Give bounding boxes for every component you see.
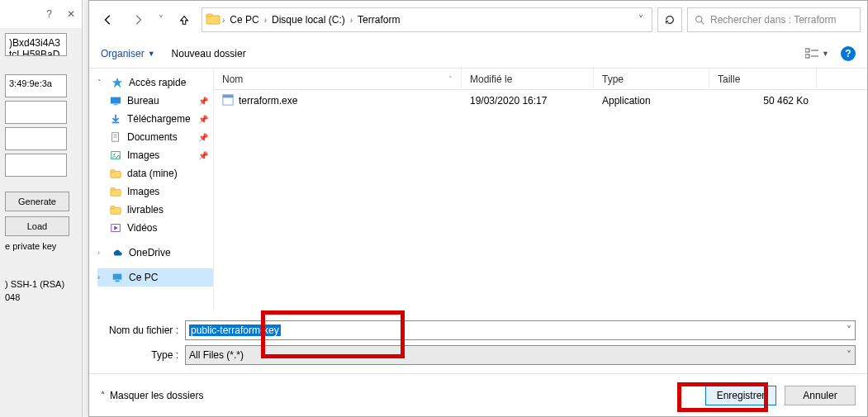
confirm-field[interactable] [5, 154, 67, 177]
pin-icon: 📌 [198, 97, 208, 106]
forward-button [126, 7, 150, 32]
col-modified[interactable]: Modifié le [462, 69, 594, 89]
filename-input[interactable]: public-terraform-key˅ [185, 320, 856, 340]
passphrase-field[interactable] [5, 127, 67, 150]
svg-rect-20 [111, 188, 115, 191]
sidebar-item-quick-access[interactable]: Accès rapide [129, 77, 186, 88]
images-icon [109, 149, 122, 162]
save-private-key-button[interactable]: e private key [5, 241, 77, 251]
svg-line-3 [701, 21, 704, 24]
sidebar-item-onedrive[interactable]: OneDrive [129, 247, 171, 258]
breadcrumb[interactable]: › Ce PC › Disque local (C:) › Terraform … [202, 7, 652, 32]
folder-icon [109, 203, 122, 216]
crumb-terraform[interactable]: Terraform [354, 14, 403, 26]
sort-asc-icon: ˄ [448, 75, 453, 83]
col-type[interactable]: Type [594, 69, 709, 89]
filetype-select[interactable]: All Files (*.*)˅ [185, 345, 856, 365]
cancel-button[interactable]: Annuler [785, 386, 856, 405]
crumb-disk[interactable]: Disque local (C:) [268, 14, 349, 26]
pin-icon: 📌 [198, 151, 208, 160]
refresh-button[interactable] [657, 7, 682, 32]
filetype-label: Type : [101, 349, 185, 361]
sidebar-item-images[interactable]: Images [127, 149, 159, 161]
comment-field[interactable] [5, 101, 67, 124]
folder-icon [109, 185, 122, 198]
sidebar-item-videos[interactable]: Vidéos [127, 222, 157, 234]
back-button[interactable] [96, 7, 121, 32]
file-modified: 19/03/2020 16:17 [462, 95, 594, 107]
sidebar-item-downloads[interactable]: Téléchargeme [127, 113, 191, 125]
col-size[interactable]: Taille [709, 69, 817, 89]
file-name: terraform.exe [239, 95, 297, 107]
svg-rect-18 [111, 170, 115, 173]
filename-label: Nom du fichier : [101, 325, 185, 336]
svg-rect-4 [805, 49, 809, 52]
svg-rect-10 [113, 104, 117, 105]
search-icon [695, 15, 705, 26]
crumb-cepc[interactable]: Ce PC [226, 14, 262, 26]
organise-menu[interactable]: Organiser ▼ [101, 48, 155, 59]
quick-access-icon [111, 76, 124, 89]
help-icon[interactable]: ? [46, 8, 52, 20]
bits-field[interactable]: 048 [5, 292, 77, 302]
generate-button[interactable]: Generate [5, 192, 69, 211]
sidebar-item-livrables[interactable]: livrables [127, 204, 164, 216]
column-headers[interactable]: Nom ˄ Modifié le Type Taille [214, 69, 867, 90]
documents-icon [109, 130, 122, 144]
sidebar-item-bureau[interactable]: Bureau [127, 95, 159, 107]
chevron-up-icon: ˄ [101, 391, 105, 400]
onedrive-icon [111, 246, 124, 259]
file-list[interactable]: Nom ˄ Modifié le Type Taille terraform.e… [213, 69, 867, 312]
svg-rect-9 [111, 97, 121, 104]
key-text-area[interactable]: )Bxd43i4A3tcLH58BaD [5, 33, 67, 56]
toolbar: Organiser ▼ Nouveau dossier ▼ ? [89, 39, 867, 69]
navigation-pane[interactable]: ˅Accès rapide Bureau📌 Téléchargeme📌 Docu… [89, 69, 213, 312]
svg-rect-22 [111, 206, 115, 209]
fingerprint-field[interactable]: 3:49:9e:3a [5, 74, 67, 97]
svg-rect-25 [113, 274, 122, 280]
folder-icon [206, 12, 221, 29]
recent-dropdown[interactable]: ˅ [155, 7, 167, 32]
chevron-down-icon[interactable]: ˅ [847, 325, 851, 336]
svg-point-2 [696, 16, 702, 21]
close-icon[interactable]: ✕ [67, 8, 75, 20]
pin-icon: 📌 [198, 133, 208, 142]
pc-icon [111, 271, 124, 284]
help-icon[interactable]: ? [841, 46, 856, 61]
svg-rect-5 [805, 54, 809, 58]
chevron-down-icon[interactable]: ˅ [847, 349, 851, 361]
file-row[interactable]: terraform.exe 19/03/2020 16:17 Applicati… [214, 90, 867, 111]
sidebar-item-data[interactable]: data (mine) [127, 168, 178, 179]
view-mode-button[interactable]: ▼ [805, 48, 829, 59]
download-icon [109, 112, 122, 126]
save-file-dialog: ˅ › Ce PC › Disque local (C:) › Terrafor… [88, 0, 868, 417]
svg-marker-8 [112, 78, 122, 88]
pin-icon: 📌 [198, 115, 208, 124]
sidebar-item-documents[interactable]: Documents [127, 131, 178, 143]
svg-rect-1 [206, 14, 212, 17]
load-button[interactable]: Load [5, 216, 69, 236]
sidebar-item-images2[interactable]: Images [127, 186, 159, 197]
chevron-down-icon[interactable]: ˅ [633, 14, 648, 26]
filename-form: Nom du fichier : public-terraform-key˅ T… [89, 312, 867, 373]
sidebar-item-cepc[interactable]: Ce PC [129, 272, 158, 283]
dialog-footer: ˄ Masquer les dossiers Enregistrer Annul… [89, 373, 867, 416]
file-type: Application [594, 95, 709, 107]
chevron-down-icon: ▼ [148, 50, 155, 58]
file-size: 50 462 Ko [709, 95, 817, 107]
desktop-icon [109, 94, 122, 107]
videos-icon [109, 221, 122, 235]
up-button[interactable] [172, 7, 197, 32]
svg-point-16 [113, 154, 115, 155]
puttygen-window-fragment: ? ✕ )Bxd43i4A3tcLH58BaD 3:49:9e:3a Gener… [0, 0, 83, 417]
save-button[interactable]: Enregistrer [705, 386, 776, 405]
svg-rect-28 [223, 94, 233, 97]
search-input[interactable]: Rechercher dans : Terraform [687, 7, 861, 32]
ssh1-rsa-radio[interactable]: ) SSH-1 (RSA) [5, 279, 77, 289]
col-name[interactable]: Nom [222, 73, 243, 85]
hide-folders-toggle[interactable]: ˄ Masquer les dossiers [101, 390, 203, 401]
folder-icon [109, 167, 122, 180]
new-folder-button[interactable]: Nouveau dossier [172, 48, 246, 59]
exe-icon [222, 94, 234, 108]
address-bar-row: ˅ › Ce PC › Disque local (C:) › Terrafor… [89, 1, 867, 39]
